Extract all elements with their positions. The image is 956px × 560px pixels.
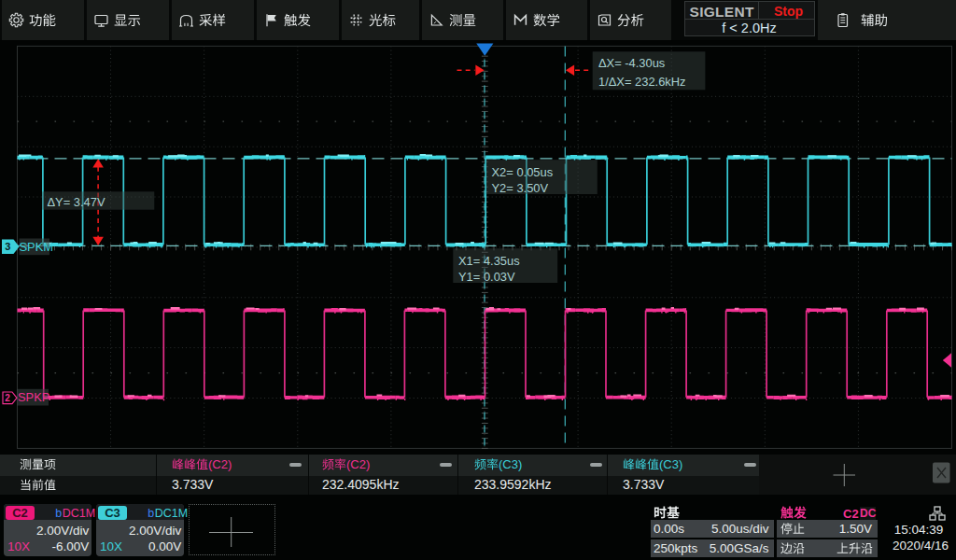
svg-text:Y1= 0.03V: Y1= 0.03V: [458, 270, 515, 284]
svg-text:X1= 4.35us: X1= 4.35us: [458, 254, 520, 268]
svg-text:SPKP: SPKP: [18, 390, 49, 404]
svg-text:ΔX= -4.30us: ΔX= -4.30us: [598, 56, 665, 70]
svg-text:ΔY= 3.47V: ΔY= 3.47V: [48, 195, 105, 209]
svg-text:X2= 0.05us: X2= 0.05us: [492, 165, 554, 179]
svg-text:Y2= 3.50V: Y2= 3.50V: [492, 181, 549, 195]
svg-text:1/ΔX= 232.6kHz: 1/ΔX= 232.6kHz: [598, 75, 686, 89]
svg-text:3: 3: [5, 241, 10, 252]
svg-text:SPKM: SPKM: [20, 240, 54, 254]
svg-text:2: 2: [5, 393, 10, 403]
